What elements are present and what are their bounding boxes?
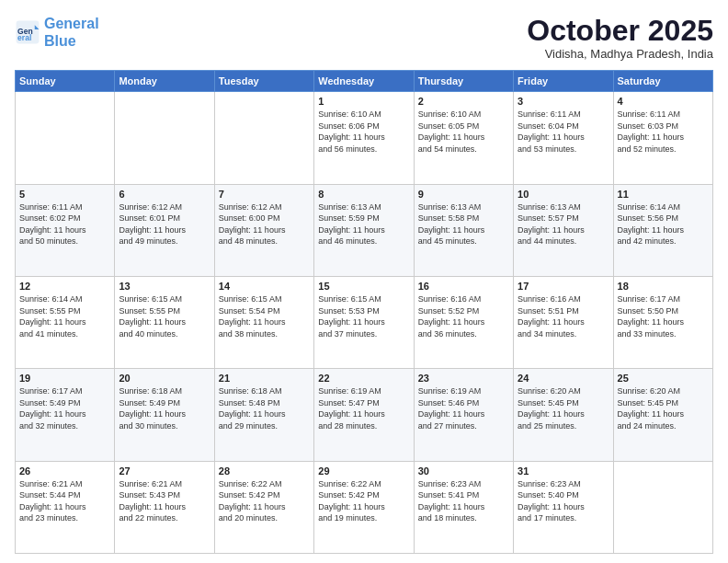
calendar-cell: 23Sunrise: 6:19 AM Sunset: 5:46 PM Dayli… bbox=[414, 369, 513, 461]
calendar-header-sunday: Sunday bbox=[16, 71, 115, 92]
day-number: 12 bbox=[19, 281, 110, 292]
day-number: 28 bbox=[219, 465, 310, 477]
day-number: 17 bbox=[518, 281, 609, 292]
calendar-cell bbox=[16, 92, 115, 184]
day-content: Sunrise: 6:14 AM Sunset: 5:56 PM Dayligh… bbox=[618, 201, 709, 247]
day-content: Sunrise: 6:22 AM Sunset: 5:42 PM Dayligh… bbox=[219, 478, 310, 524]
calendar-cell: 12Sunrise: 6:14 AM Sunset: 5:55 PM Dayli… bbox=[16, 276, 115, 368]
calendar-cell: 22Sunrise: 6:19 AM Sunset: 5:47 PM Dayli… bbox=[314, 369, 414, 461]
day-number: 9 bbox=[418, 189, 509, 200]
day-content: Sunrise: 6:10 AM Sunset: 6:05 PM Dayligh… bbox=[418, 109, 509, 155]
calendar-cell: 8Sunrise: 6:13 AM Sunset: 5:59 PM Daylig… bbox=[314, 184, 414, 276]
calendar-table: SundayMondayTuesdayWednesdayThursdayFrid… bbox=[15, 70, 713, 554]
day-number: 8 bbox=[318, 189, 409, 200]
day-content: Sunrise: 6:21 AM Sunset: 5:44 PM Dayligh… bbox=[19, 478, 110, 524]
logo: Gen eral GeneralBlue bbox=[15, 15, 99, 50]
day-number: 31 bbox=[518, 465, 609, 477]
day-number: 1 bbox=[318, 96, 409, 107]
calendar-header-tuesday: Tuesday bbox=[214, 71, 313, 92]
day-number: 6 bbox=[119, 189, 210, 200]
calendar-week-4: 19Sunrise: 6:17 AM Sunset: 5:49 PM Dayli… bbox=[16, 369, 713, 461]
calendar-cell: 15Sunrise: 6:15 AM Sunset: 5:53 PM Dayli… bbox=[314, 276, 414, 368]
calendar-cell: 21Sunrise: 6:18 AM Sunset: 5:48 PM Dayli… bbox=[214, 369, 313, 461]
day-content: Sunrise: 6:15 AM Sunset: 5:53 PM Dayligh… bbox=[318, 293, 409, 339]
day-number: 2 bbox=[418, 96, 509, 107]
calendar-cell bbox=[214, 92, 313, 184]
day-number: 7 bbox=[219, 189, 310, 200]
calendar-cell: 5Sunrise: 6:11 AM Sunset: 6:02 PM Daylig… bbox=[16, 184, 115, 276]
day-content: Sunrise: 6:12 AM Sunset: 6:00 PM Dayligh… bbox=[219, 201, 310, 247]
day-number: 25 bbox=[618, 373, 709, 384]
day-number: 21 bbox=[219, 373, 310, 384]
calendar-week-2: 5Sunrise: 6:11 AM Sunset: 6:02 PM Daylig… bbox=[16, 184, 713, 276]
calendar-cell bbox=[613, 461, 712, 553]
calendar-cell: 9Sunrise: 6:13 AM Sunset: 5:58 PM Daylig… bbox=[414, 184, 513, 276]
day-content: Sunrise: 6:20 AM Sunset: 5:45 PM Dayligh… bbox=[518, 385, 609, 431]
day-content: Sunrise: 6:22 AM Sunset: 5:42 PM Dayligh… bbox=[318, 478, 409, 524]
calendar-cell: 24Sunrise: 6:20 AM Sunset: 5:45 PM Dayli… bbox=[514, 369, 613, 461]
calendar-cell: 29Sunrise: 6:22 AM Sunset: 5:42 PM Dayli… bbox=[314, 461, 414, 553]
logo-icon: Gen eral bbox=[15, 19, 40, 45]
calendar-header-monday: Monday bbox=[115, 71, 214, 92]
day-number: 19 bbox=[19, 373, 110, 384]
day-content: Sunrise: 6:15 AM Sunset: 5:54 PM Dayligh… bbox=[219, 293, 310, 339]
day-number: 16 bbox=[418, 281, 509, 292]
day-content: Sunrise: 6:11 AM Sunset: 6:03 PM Dayligh… bbox=[618, 109, 709, 155]
day-content: Sunrise: 6:23 AM Sunset: 5:41 PM Dayligh… bbox=[418, 478, 509, 524]
calendar-cell: 10Sunrise: 6:13 AM Sunset: 5:57 PM Dayli… bbox=[514, 184, 613, 276]
day-content: Sunrise: 6:11 AM Sunset: 6:02 PM Dayligh… bbox=[19, 201, 110, 247]
calendar-header-row: SundayMondayTuesdayWednesdayThursdayFrid… bbox=[16, 71, 713, 92]
calendar-cell: 2Sunrise: 6:10 AM Sunset: 6:05 PM Daylig… bbox=[414, 92, 513, 184]
month-title: October 2025 bbox=[527, 15, 713, 47]
day-content: Sunrise: 6:16 AM Sunset: 5:51 PM Dayligh… bbox=[518, 293, 609, 339]
calendar-cell: 7Sunrise: 6:12 AM Sunset: 6:00 PM Daylig… bbox=[214, 184, 313, 276]
calendar-week-5: 26Sunrise: 6:21 AM Sunset: 5:44 PM Dayli… bbox=[16, 461, 713, 553]
day-number: 11 bbox=[618, 189, 709, 200]
svg-text:eral: eral bbox=[17, 34, 31, 43]
header: Gen eral GeneralBlue October 2025 Vidish… bbox=[15, 15, 713, 61]
calendar-week-1: 1Sunrise: 6:10 AM Sunset: 6:06 PM Daylig… bbox=[16, 92, 713, 184]
calendar-header-friday: Friday bbox=[514, 71, 613, 92]
day-content: Sunrise: 6:18 AM Sunset: 5:49 PM Dayligh… bbox=[119, 385, 210, 431]
calendar-cell: 18Sunrise: 6:17 AM Sunset: 5:50 PM Dayli… bbox=[613, 276, 712, 368]
day-number: 20 bbox=[119, 373, 210, 384]
calendar-cell: 30Sunrise: 6:23 AM Sunset: 5:41 PM Dayli… bbox=[414, 461, 513, 553]
day-content: Sunrise: 6:17 AM Sunset: 5:50 PM Dayligh… bbox=[618, 293, 709, 339]
calendar-cell bbox=[115, 92, 214, 184]
day-content: Sunrise: 6:13 AM Sunset: 5:58 PM Dayligh… bbox=[418, 201, 509, 247]
calendar-header-thursday: Thursday bbox=[414, 71, 513, 92]
day-number: 14 bbox=[219, 281, 310, 292]
day-number: 5 bbox=[19, 189, 110, 200]
day-number: 24 bbox=[518, 373, 609, 384]
day-number: 13 bbox=[119, 281, 210, 292]
day-number: 10 bbox=[518, 189, 609, 200]
day-content: Sunrise: 6:20 AM Sunset: 5:45 PM Dayligh… bbox=[618, 385, 709, 431]
day-content: Sunrise: 6:23 AM Sunset: 5:40 PM Dayligh… bbox=[518, 478, 609, 524]
calendar-cell: 3Sunrise: 6:11 AM Sunset: 6:04 PM Daylig… bbox=[514, 92, 613, 184]
calendar-cell: 26Sunrise: 6:21 AM Sunset: 5:44 PM Dayli… bbox=[16, 461, 115, 553]
calendar-cell: 4Sunrise: 6:11 AM Sunset: 6:03 PM Daylig… bbox=[613, 92, 712, 184]
day-content: Sunrise: 6:14 AM Sunset: 5:55 PM Dayligh… bbox=[19, 293, 110, 339]
day-number: 27 bbox=[119, 465, 210, 477]
calendar-cell: 14Sunrise: 6:15 AM Sunset: 5:54 PM Dayli… bbox=[214, 276, 313, 368]
day-content: Sunrise: 6:12 AM Sunset: 6:01 PM Dayligh… bbox=[119, 201, 210, 247]
day-content: Sunrise: 6:16 AM Sunset: 5:52 PM Dayligh… bbox=[418, 293, 509, 339]
day-number: 18 bbox=[618, 281, 709, 292]
day-content: Sunrise: 6:21 AM Sunset: 5:43 PM Dayligh… bbox=[119, 478, 210, 524]
calendar-cell: 1Sunrise: 6:10 AM Sunset: 6:06 PM Daylig… bbox=[314, 92, 414, 184]
location-subtitle: Vidisha, Madhya Pradesh, India bbox=[527, 47, 713, 61]
title-block: October 2025 Vidisha, Madhya Pradesh, In… bbox=[527, 15, 713, 61]
calendar-week-3: 12Sunrise: 6:14 AM Sunset: 5:55 PM Dayli… bbox=[16, 276, 713, 368]
calendar-header-wednesday: Wednesday bbox=[314, 71, 414, 92]
calendar-cell: 17Sunrise: 6:16 AM Sunset: 5:51 PM Dayli… bbox=[514, 276, 613, 368]
day-content: Sunrise: 6:15 AM Sunset: 5:55 PM Dayligh… bbox=[119, 293, 210, 339]
page: Gen eral GeneralBlue October 2025 Vidish… bbox=[0, 0, 728, 563]
calendar-cell: 16Sunrise: 6:16 AM Sunset: 5:52 PM Dayli… bbox=[414, 276, 513, 368]
day-number: 30 bbox=[418, 465, 509, 477]
calendar-cell: 11Sunrise: 6:14 AM Sunset: 5:56 PM Dayli… bbox=[613, 184, 712, 276]
day-content: Sunrise: 6:17 AM Sunset: 5:49 PM Dayligh… bbox=[19, 385, 110, 431]
calendar-cell: 31Sunrise: 6:23 AM Sunset: 5:40 PM Dayli… bbox=[514, 461, 613, 553]
calendar-cell: 27Sunrise: 6:21 AM Sunset: 5:43 PM Dayli… bbox=[115, 461, 214, 553]
day-content: Sunrise: 6:13 AM Sunset: 5:57 PM Dayligh… bbox=[518, 201, 609, 247]
calendar-cell: 13Sunrise: 6:15 AM Sunset: 5:55 PM Dayli… bbox=[115, 276, 214, 368]
